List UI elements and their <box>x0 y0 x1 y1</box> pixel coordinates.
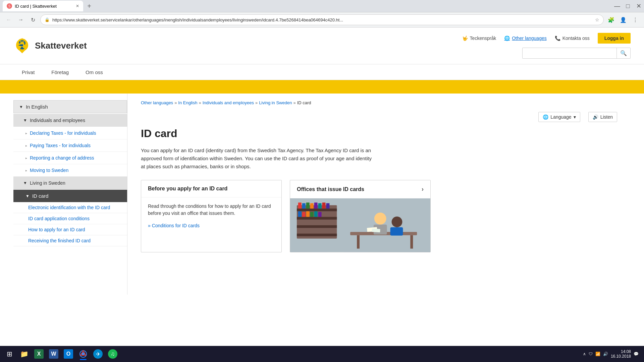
taskbar-clock: 14:08 16.10.2018 <box>611 349 631 359</box>
sidebar-item-in-english[interactable]: ▼ In English <box>13 100 127 113</box>
nav-omoss[interactable]: Om oss <box>77 64 111 80</box>
search-button[interactable]: 🔍 <box>616 48 630 58</box>
card1-title: Before you apply for an ID card <box>148 186 227 192</box>
sidebar-link-paying-taxes[interactable]: Paying Taxes - for individuals <box>30 143 91 148</box>
sidebar-item-id-card[interactable]: ▼ ID card <box>13 190 127 202</box>
sidebar-item-how-to-apply[interactable]: How to apply for an ID card <box>13 224 127 235</box>
chevron-up-icon[interactable]: ∧ <box>583 352 586 356</box>
search-input[interactable] <box>523 49 616 58</box>
page-title: ID card <box>141 127 617 140</box>
sidebar-item-label: In English <box>26 104 48 110</box>
notification-icon[interactable]: 💬 <box>634 352 639 356</box>
svg-rect-27 <box>390 227 403 236</box>
taskbar-system-icons: ∧ 🛡 📶 🔊 <box>583 352 608 356</box>
card1-body: Read through the conditions for how to a… <box>141 197 281 235</box>
sidebar-item-application-conditions[interactable]: ID card application conditions <box>13 213 127 224</box>
site-logo[interactable]: Skatteverket <box>13 37 87 55</box>
taskbar-outlook[interactable]: O <box>62 347 75 361</box>
forward-button[interactable]: → <box>16 15 25 24</box>
tab-title: ID card | Skatteverket <box>15 4 57 9</box>
search-bar: 🔍 <box>522 48 631 59</box>
breadcrumb: Other languages » In English » Individua… <box>141 100 617 105</box>
svg-rect-14 <box>326 203 329 208</box>
logo-icon <box>13 37 31 55</box>
before-apply-card: Before you apply for an ID card Read thr… <box>141 180 282 252</box>
sidebar-item-electronic-id[interactable]: Electronic identification with the ID ca… <box>13 202 127 213</box>
spotify-icon: ♫ <box>108 349 117 359</box>
main-content: Other languages » In English » Individua… <box>127 94 631 295</box>
cards-container: Before you apply for an ID card Read thr… <box>141 180 617 252</box>
listen-button[interactable]: 🔊 Listen <box>588 112 617 122</box>
sidebar: ▼ In English ▼ Individuals and employees… <box>13 94 127 295</box>
chevron-down-icon: ▼ <box>23 118 27 123</box>
breadcrumb-in-english[interactable]: In English <box>178 100 197 105</box>
breadcrumb-sep: » <box>174 100 177 105</box>
svg-rect-8 <box>302 203 306 208</box>
taskbar-telegram[interactable]: ✈ <box>91 347 105 361</box>
new-tab-button[interactable]: + <box>85 1 94 11</box>
browser-tab[interactable]: S ID card | Skatteverket ✕ <box>3 1 83 11</box>
listen-label: Listen <box>600 114 613 120</box>
taskbar-start-button[interactable]: ⊞ <box>3 347 16 361</box>
sidebar-item-living-in-sweden[interactable]: ▼ Living in Sweden <box>13 177 127 189</box>
sidebar-link-declaring-taxes[interactable]: Declaring Taxes - for individuals <box>30 130 96 136</box>
login-button[interactable]: Logga in <box>598 33 631 44</box>
breadcrumb-individuals[interactable]: Individuals and employees <box>203 100 254 105</box>
breadcrumb-living-sweden[interactable]: Living in Sweden <box>259 100 292 105</box>
taskbar-chrome[interactable] <box>76 347 90 361</box>
account-button[interactable]: 👤 <box>619 15 628 24</box>
sign-language-link[interactable]: 🤟 Teckenspråk <box>462 36 496 41</box>
tab-favicon: S <box>7 3 12 9</box>
windows-icon: ⊞ <box>7 350 12 358</box>
taskbar-file-explorer[interactable]: 📁 <box>17 347 31 361</box>
card2-header[interactable]: Offices that issue ID cards › <box>290 180 430 198</box>
minimize-button[interactable]: — <box>614 3 620 9</box>
address-bar[interactable]: 🔒 https://www.skatteverket.se/servicelan… <box>40 14 604 25</box>
breadcrumb-other-languages[interactable]: Other languages <box>141 100 173 105</box>
svg-rect-18 <box>310 212 314 217</box>
card1-link[interactable]: Conditions for ID cards <box>148 223 200 228</box>
card1-header: Before you apply for an ID card <box>141 180 281 197</box>
svg-rect-16 <box>302 212 306 217</box>
menu-button[interactable]: ⋮ <box>631 15 640 24</box>
svg-rect-17 <box>306 211 310 217</box>
taskbar-excel[interactable]: X <box>32 347 46 361</box>
taskbar: ⊞ 📁 X W O ✈ ♫ ∧ 🛡 📶 🔊 14:08 16.10.2018 <box>0 346 644 362</box>
bookmark-icon[interactable]: ☆ <box>595 17 599 22</box>
other-languages-link[interactable]: 🌐 Other languages <box>504 36 547 41</box>
taskbar-spotify[interactable]: ♫ <box>106 347 119 361</box>
contact-link[interactable]: 📞 Kontakta oss <box>555 36 590 41</box>
taskbar-word[interactable]: W <box>47 347 60 361</box>
sign-language-icon: 🤟 <box>462 36 468 41</box>
svg-rect-3 <box>297 208 337 211</box>
other-languages-label: Other languages <box>512 36 547 41</box>
svg-rect-9 <box>306 202 310 208</box>
tab-close-button[interactable]: ✕ <box>76 4 79 8</box>
maximize-button[interactable]: □ <box>625 3 631 9</box>
telegram-icon: ✈ <box>93 349 103 359</box>
svg-rect-19 <box>314 211 318 217</box>
language-button[interactable]: 🌐 Language ▾ <box>538 112 580 122</box>
sidebar-item-reporting-address[interactable]: ▸ Reporting a change of address <box>13 152 127 164</box>
date-display: 16.10.2018 <box>611 354 631 359</box>
sidebar-item-individuals[interactable]: ▼ Individuals and employees <box>13 114 127 127</box>
sidebar-item-receiving-id[interactable]: Receiving the finished ID card <box>13 235 127 246</box>
ssl-icon: 🔒 <box>45 17 50 22</box>
sidebar-link-reporting-address[interactable]: Reporting a change of address <box>30 155 94 161</box>
extensions-button[interactable]: 🧩 <box>606 15 616 24</box>
sidebar-item-declaring-taxes[interactable]: ▸ Declaring Taxes - for individuals <box>13 127 127 139</box>
sidebar-item-moving-sweden[interactable]: ▸ Moving to Sweden <box>13 164 127 177</box>
outlook-icon: O <box>64 349 73 359</box>
reload-button[interactable]: ↻ <box>28 15 38 24</box>
nav-privat[interactable]: Privat <box>13 64 43 80</box>
nav-foretag[interactable]: Företag <box>43 64 77 80</box>
sidebar-link-id-card[interactable]: ID card <box>32 193 48 199</box>
phone-icon: 📞 <box>555 36 560 41</box>
back-button[interactable]: ← <box>4 15 13 24</box>
address-text: https://www.skatteverket.se/servicelanka… <box>52 17 592 22</box>
bullet-icon: ▸ <box>25 131 27 135</box>
close-window-button[interactable]: ✕ <box>636 3 641 9</box>
sidebar-link-moving-sweden[interactable]: Moving to Sweden <box>30 168 68 173</box>
logo-text: Skatteverket <box>35 41 87 51</box>
sidebar-item-paying-taxes[interactable]: ▸ Paying Taxes - for individuals <box>13 139 127 152</box>
